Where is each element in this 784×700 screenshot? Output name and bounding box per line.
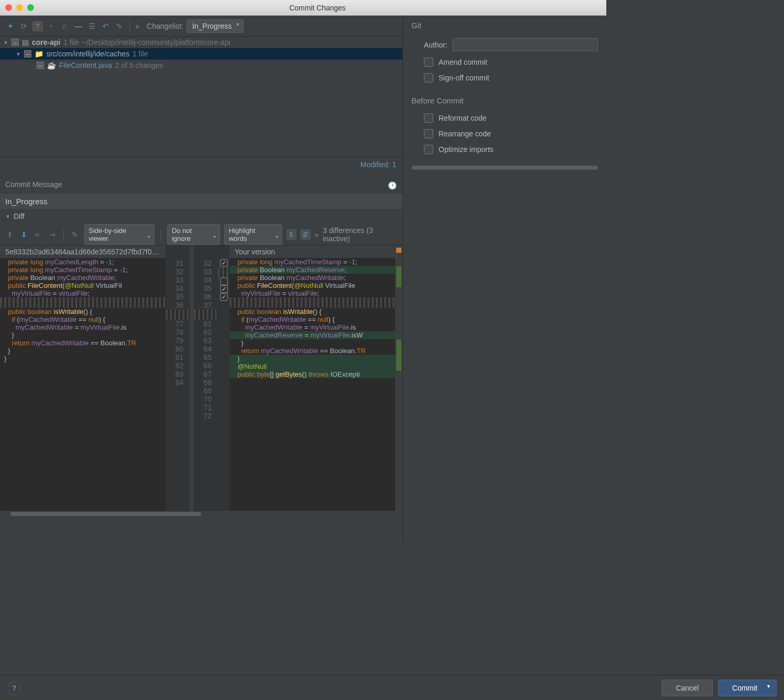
include-change-checkbox[interactable]: ✓ xyxy=(220,293,228,301)
include-change-checkbox[interactable]: ✓ xyxy=(220,285,228,293)
code-line[interactable]: public boolean isWritable() { xyxy=(0,308,166,316)
diff-count: 3 differences (3 inactive) xyxy=(322,226,397,243)
left-line-numbers: 3132333435367778798081828384 xyxy=(166,246,190,511)
code-line[interactable]: return myCachedWritable == Boolean.TR xyxy=(0,339,166,347)
checkbox-indeterminate[interactable]: – xyxy=(37,62,44,69)
code-line[interactable]: } xyxy=(0,355,166,363)
code-line[interactable]: } xyxy=(0,331,166,339)
add-icon[interactable]: ＋ xyxy=(46,21,56,31)
expand-icon[interactable]: ▼ xyxy=(5,214,10,219)
check-icon[interactable]: ✎ xyxy=(114,21,124,31)
minimize-window-icon[interactable] xyxy=(16,4,23,11)
fold-indicator[interactable] xyxy=(229,297,395,308)
author-input[interactable] xyxy=(453,38,598,51)
code-line[interactable]: private Boolean myCachedWritable; xyxy=(229,274,395,282)
sync-scroll-icon[interactable]: ⇵ xyxy=(301,229,310,240)
code-line[interactable]: private Boolean myCachedReserve; xyxy=(229,266,395,274)
rearrange-label: Rearrange code xyxy=(439,130,491,138)
title-bar: Commit Changes xyxy=(0,0,606,16)
code-line[interactable]: @NotNull xyxy=(229,363,395,370)
undo-icon[interactable]: ↶ xyxy=(100,21,111,31)
code-line[interactable]: } xyxy=(229,355,395,363)
commit-message-input[interactable] xyxy=(0,194,402,209)
code-line[interactable]: myVirtualFile = virtualFile; xyxy=(229,289,395,297)
code-line[interactable]: public FileContent(@NotNull VirtualFil xyxy=(0,282,166,289)
code-line[interactable]: myCachedWritable = myVirtualFile.is xyxy=(229,323,395,331)
tree-folder[interactable]: ▼ – 📁 src/com/intellij/ide/caches 1 file xyxy=(0,48,402,60)
compare-prev-file-icon[interactable]: ⇤ xyxy=(33,229,43,240)
signoff-checkbox[interactable] xyxy=(424,73,433,83)
viewer-mode-select[interactable]: Side-by-side viewer xyxy=(84,224,154,245)
code-line[interactable]: public FileContent(@NotNull VirtualFile xyxy=(229,282,395,289)
highlight-select[interactable]: Highlight words xyxy=(224,224,282,245)
file-name: FileContent.java xyxy=(59,61,112,69)
include-change-checkbox[interactable] xyxy=(220,277,228,285)
fold-indicator[interactable] xyxy=(0,297,166,308)
history-icon[interactable]: 🕑 xyxy=(387,180,397,191)
diff-left-code[interactable]: private long myCachedLength = -1; privat… xyxy=(0,258,166,511)
code-line[interactable]: } xyxy=(229,339,395,347)
diff-splitter[interactable] xyxy=(190,246,194,511)
changelist-icon[interactable]: ? xyxy=(32,21,43,31)
collapse-unchanged-icon[interactable]: ⇕ xyxy=(286,229,296,240)
close-window-icon[interactable] xyxy=(5,4,12,11)
changes-tree[interactable]: ▼ – ▤ core-api 1 file ~/Desktop/intellij… xyxy=(0,37,402,157)
diff-left-title: 5e8332b2ad63484aa1d66de356572d7fbd7f04c6… xyxy=(0,246,166,258)
tree-file[interactable]: – ☕ FileContent.java 2 of 5 changes xyxy=(0,60,402,71)
include-change-checkbox[interactable]: ✓ xyxy=(220,259,228,267)
code-line[interactable]: public boolean isWritable() { xyxy=(229,308,395,316)
refresh-icon[interactable]: ⟳ xyxy=(19,21,29,31)
resize-handle[interactable]: ······ xyxy=(28,214,397,219)
code-line[interactable]: return myCachedWritable == Boolean.TR xyxy=(229,347,395,355)
next-diff-icon[interactable]: ⬇ xyxy=(19,229,29,240)
git-section-label: Git xyxy=(411,21,598,30)
diff-right-title: Your version xyxy=(229,246,395,258)
code-line[interactable]: private long myCachedTimeStamp = -1; xyxy=(0,266,166,274)
changelist-label: Changelist: xyxy=(147,22,183,30)
checkbox-indeterminate[interactable]: – xyxy=(11,39,19,46)
code-line[interactable]: private long myCachedTimeStamp = -1; xyxy=(229,258,395,266)
options-scrollbar[interactable] xyxy=(411,166,598,170)
change-marker-icon[interactable] xyxy=(396,266,401,287)
edit-icon[interactable]: ✎ xyxy=(70,229,80,240)
group-by-icon[interactable]: ☰ xyxy=(87,21,97,31)
expand-icon[interactable]: ▼ xyxy=(16,51,21,57)
rearrange-checkbox[interactable] xyxy=(424,129,433,138)
maximize-window-icon[interactable] xyxy=(27,4,34,11)
code-line[interactable]: private Boolean myCachedWritable; xyxy=(0,274,166,282)
optimize-checkbox[interactable] xyxy=(424,145,433,154)
diff-right-code[interactable]: private long myCachedTimeStamp = -1; pri… xyxy=(229,258,395,511)
prev-diff-icon[interactable]: ⬆ xyxy=(5,229,15,240)
ignore-select[interactable]: Do not ignore xyxy=(167,224,220,245)
modified-count: Modified: 1 xyxy=(0,157,402,172)
rollback-icon[interactable]: ⎌ xyxy=(60,21,70,31)
code-line[interactable]: public byte[] getBytes() throws IOExcept… xyxy=(229,370,395,378)
show-diff-icon[interactable]: ✦ xyxy=(5,21,16,31)
optimize-label: Optimize imports xyxy=(439,145,493,154)
horizontal-scrollbar[interactable] xyxy=(10,512,201,516)
reformat-checkbox[interactable] xyxy=(424,113,433,123)
changelist-select[interactable]: In_Progress xyxy=(187,19,244,33)
change-marker-icon[interactable] xyxy=(396,248,401,253)
checkbox-indeterminate[interactable]: – xyxy=(24,50,31,57)
code-line[interactable]: myCachedWritable = myVirtualFile.is xyxy=(0,323,166,331)
amend-checkbox[interactable] xyxy=(424,57,433,67)
code-line[interactable]: if (myCachedWritable == null) { xyxy=(229,316,395,323)
code-line[interactable]: myVirtualFile = virtualFile; xyxy=(0,289,166,297)
code-line[interactable]: } xyxy=(0,347,166,355)
diff-toolbar-overflow-arrow[interactable]: » xyxy=(315,230,319,239)
diff-overview-ruler[interactable] xyxy=(395,246,402,511)
code-line[interactable]: private long myCachedLength = -1; xyxy=(0,258,166,266)
resize-handle[interactable]: ······ xyxy=(0,172,402,177)
changelist-prefix-arrow: » xyxy=(135,22,140,30)
tree-root[interactable]: ▼ – ▤ core-api 1 file ~/Desktop/intellij… xyxy=(0,37,402,48)
expand-icon[interactable]: ▼ xyxy=(3,40,8,45)
diff-section-label: Diff xyxy=(14,212,25,220)
commit-toolbar: ✦ ⟳ ? ＋ ⎌ — ☰ ↶ ✎ » Changelist: In_Progr… xyxy=(0,16,402,37)
change-marker-icon[interactable] xyxy=(396,340,401,371)
remove-icon[interactable]: — xyxy=(73,21,84,31)
amend-label: Amend commit xyxy=(439,58,487,66)
code-line[interactable]: myCachedReserve = myVirtualFile.isW xyxy=(229,331,395,339)
compare-next-file-icon[interactable]: ⇥ xyxy=(47,229,57,240)
code-line[interactable]: if (myCachedWritable == null) { xyxy=(0,316,166,323)
